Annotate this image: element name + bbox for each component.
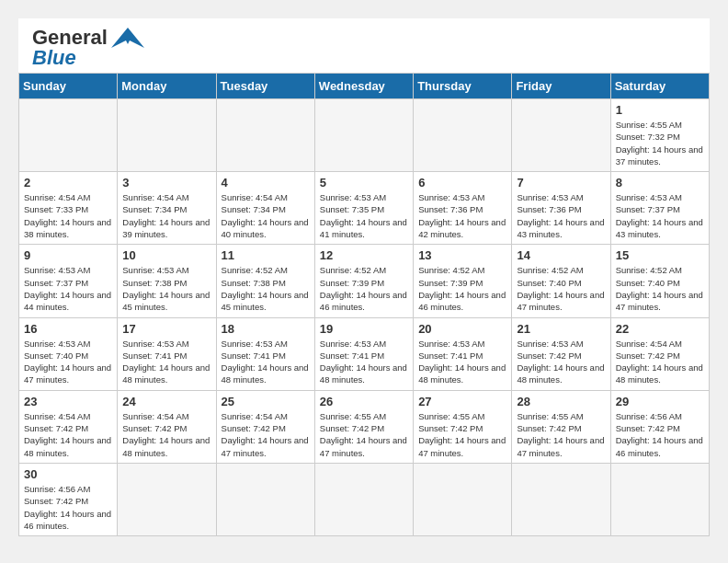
- calendar-cell: 9Sunrise: 4:53 AM Sunset: 7:37 PM Daylig…: [19, 245, 118, 317]
- calendar-cell: 25Sunrise: 4:54 AM Sunset: 7:42 PM Dayli…: [216, 390, 314, 463]
- calendar-week-4: 16Sunrise: 4:53 AM Sunset: 7:40 PM Dayli…: [19, 317, 710, 390]
- day-number: 26: [320, 395, 408, 408]
- calendar-cell: [314, 463, 413, 535]
- calendar-cell: [216, 99, 314, 172]
- day-info: Sunrise: 4:53 AM Sunset: 7:37 PM Dayligh…: [24, 264, 112, 313]
- day-number: 15: [616, 248, 704, 262]
- day-info: Sunrise: 4:56 AM Sunset: 7:42 PM Dayligh…: [24, 483, 112, 532]
- calendar-cell: 7Sunrise: 4:53 AM Sunset: 7:36 PM Daylig…: [512, 172, 610, 245]
- day-number: 18: [222, 322, 310, 336]
- weekday-header-saturday: Saturday: [610, 74, 709, 99]
- calendar-cell: [512, 99, 610, 172]
- day-number: 23: [24, 395, 112, 408]
- weekday-header-friday: Friday: [512, 74, 610, 99]
- calendar-cell: 17Sunrise: 4:53 AM Sunset: 7:41 PM Dayli…: [118, 317, 216, 390]
- day-info: Sunrise: 4:53 AM Sunset: 7:41 PM Dayligh…: [122, 338, 210, 386]
- weekday-header-sunday: Sunday: [19, 74, 118, 99]
- day-info: Sunrise: 4:54 AM Sunset: 7:34 PM Dayligh…: [122, 191, 210, 240]
- calendar-cell: 12Sunrise: 4:52 AM Sunset: 7:39 PM Dayli…: [314, 245, 413, 317]
- day-info: Sunrise: 4:53 AM Sunset: 7:41 PM Dayligh…: [418, 338, 506, 386]
- calendar-page: General Blue SundayMondayTuesdayWednesda…: [18, 18, 710, 536]
- calendar-cell: 23Sunrise: 4:54 AM Sunset: 7:42 PM Dayli…: [19, 390, 118, 463]
- calendar-cell: [610, 463, 709, 535]
- calendar-cell: 10Sunrise: 4:53 AM Sunset: 7:38 PM Dayli…: [118, 245, 216, 317]
- day-number: 2: [24, 176, 112, 190]
- calendar-cell: [414, 463, 512, 535]
- day-number: 7: [517, 176, 605, 190]
- day-number: 9: [24, 248, 112, 262]
- day-number: 21: [517, 322, 605, 336]
- day-info: Sunrise: 4:53 AM Sunset: 7:36 PM Dayligh…: [418, 191, 506, 240]
- day-info: Sunrise: 4:52 AM Sunset: 7:40 PM Dayligh…: [517, 264, 605, 313]
- logo-bird-icon: [111, 28, 144, 48]
- calendar-cell: 5Sunrise: 4:53 AM Sunset: 7:35 PM Daylig…: [314, 172, 413, 245]
- calendar-cell: 2Sunrise: 4:54 AM Sunset: 7:33 PM Daylig…: [19, 172, 118, 245]
- calendar-cell: 1Sunrise: 4:55 AM Sunset: 7:32 PM Daylig…: [610, 99, 709, 172]
- day-info: Sunrise: 4:53 AM Sunset: 7:40 PM Dayligh…: [24, 338, 112, 386]
- day-info: Sunrise: 4:53 AM Sunset: 7:42 PM Dayligh…: [517, 338, 605, 386]
- weekday-header-wednesday: Wednesday: [314, 74, 413, 99]
- weekday-header-row: SundayMondayTuesdayWednesdayThursdayFrid…: [19, 74, 710, 99]
- day-info: Sunrise: 4:55 AM Sunset: 7:42 PM Dayligh…: [320, 410, 408, 459]
- day-info: Sunrise: 4:54 AM Sunset: 7:33 PM Dayligh…: [24, 191, 112, 240]
- day-info: Sunrise: 4:52 AM Sunset: 7:39 PM Dayligh…: [320, 264, 408, 313]
- day-info: Sunrise: 4:53 AM Sunset: 7:35 PM Dayligh…: [320, 191, 408, 240]
- day-number: 22: [616, 322, 704, 336]
- calendar-cell: 16Sunrise: 4:53 AM Sunset: 7:40 PM Dayli…: [19, 317, 118, 390]
- day-number: 8: [616, 176, 704, 190]
- calendar-week-5: 23Sunrise: 4:54 AM Sunset: 7:42 PM Dayli…: [19, 390, 710, 463]
- day-number: 20: [418, 322, 506, 336]
- day-number: 30: [24, 467, 112, 481]
- logo-general: General: [32, 28, 108, 48]
- weekday-header-thursday: Thursday: [414, 74, 512, 99]
- page-header: General Blue: [18, 18, 710, 73]
- day-info: Sunrise: 4:53 AM Sunset: 7:37 PM Dayligh…: [616, 191, 704, 240]
- logo-blue: Blue: [32, 48, 76, 68]
- calendar-cell: 30Sunrise: 4:56 AM Sunset: 7:42 PM Dayli…: [19, 463, 118, 535]
- day-info: Sunrise: 4:52 AM Sunset: 7:38 PM Dayligh…: [222, 264, 310, 313]
- calendar-cell: 29Sunrise: 4:56 AM Sunset: 7:42 PM Dayli…: [610, 390, 709, 463]
- calendar-cell: 21Sunrise: 4:53 AM Sunset: 7:42 PM Dayli…: [512, 317, 610, 390]
- day-number: 5: [320, 176, 408, 190]
- day-number: 24: [122, 395, 210, 408]
- calendar-cell: 14Sunrise: 4:52 AM Sunset: 7:40 PM Dayli…: [512, 245, 610, 317]
- calendar-cell: 11Sunrise: 4:52 AM Sunset: 7:38 PM Dayli…: [216, 245, 314, 317]
- day-number: 4: [222, 176, 310, 190]
- day-number: 16: [24, 322, 112, 336]
- day-info: Sunrise: 4:55 AM Sunset: 7:42 PM Dayligh…: [517, 410, 605, 459]
- day-info: Sunrise: 4:53 AM Sunset: 7:36 PM Dayligh…: [517, 191, 605, 240]
- day-info: Sunrise: 4:54 AM Sunset: 7:42 PM Dayligh…: [222, 410, 310, 459]
- logo: General Blue: [32, 28, 144, 68]
- calendar-cell: 22Sunrise: 4:54 AM Sunset: 7:42 PM Dayli…: [610, 317, 709, 390]
- day-info: Sunrise: 4:54 AM Sunset: 7:42 PM Dayligh…: [24, 410, 112, 459]
- day-info: Sunrise: 4:56 AM Sunset: 7:42 PM Dayligh…: [616, 410, 704, 459]
- day-number: 3: [122, 176, 210, 190]
- day-info: Sunrise: 4:53 AM Sunset: 7:38 PM Dayligh…: [122, 264, 210, 313]
- weekday-header-tuesday: Tuesday: [216, 74, 314, 99]
- day-number: 1: [616, 103, 704, 117]
- calendar-cell: [314, 99, 413, 172]
- calendar-week-2: 2Sunrise: 4:54 AM Sunset: 7:33 PM Daylig…: [19, 172, 710, 245]
- day-info: Sunrise: 4:55 AM Sunset: 7:32 PM Dayligh…: [616, 119, 704, 167]
- calendar-cell: [414, 99, 512, 172]
- weekday-header-monday: Monday: [118, 74, 216, 99]
- calendar-cell: [118, 463, 216, 535]
- calendar-cell: 18Sunrise: 4:53 AM Sunset: 7:41 PM Dayli…: [216, 317, 314, 390]
- day-number: 13: [418, 248, 506, 262]
- calendar-cell: 4Sunrise: 4:54 AM Sunset: 7:34 PM Daylig…: [216, 172, 314, 245]
- calendar-cell: 20Sunrise: 4:53 AM Sunset: 7:41 PM Dayli…: [414, 317, 512, 390]
- day-info: Sunrise: 4:53 AM Sunset: 7:41 PM Dayligh…: [320, 338, 408, 386]
- day-number: 11: [222, 248, 310, 262]
- day-number: 17: [122, 322, 210, 336]
- day-number: 6: [418, 176, 506, 190]
- calendar-table: SundayMondayTuesdayWednesdayThursdayFrid…: [18, 73, 710, 536]
- calendar-cell: 28Sunrise: 4:55 AM Sunset: 7:42 PM Dayli…: [512, 390, 610, 463]
- calendar-cell: 6Sunrise: 4:53 AM Sunset: 7:36 PM Daylig…: [414, 172, 512, 245]
- calendar-cell: 13Sunrise: 4:52 AM Sunset: 7:39 PM Dayli…: [414, 245, 512, 317]
- calendar-cell: [19, 99, 118, 172]
- calendar-cell: 26Sunrise: 4:55 AM Sunset: 7:42 PM Dayli…: [314, 390, 413, 463]
- day-info: Sunrise: 4:53 AM Sunset: 7:41 PM Dayligh…: [222, 338, 310, 386]
- day-number: 27: [418, 395, 506, 408]
- calendar-cell: [512, 463, 610, 535]
- day-info: Sunrise: 4:54 AM Sunset: 7:34 PM Dayligh…: [222, 191, 310, 240]
